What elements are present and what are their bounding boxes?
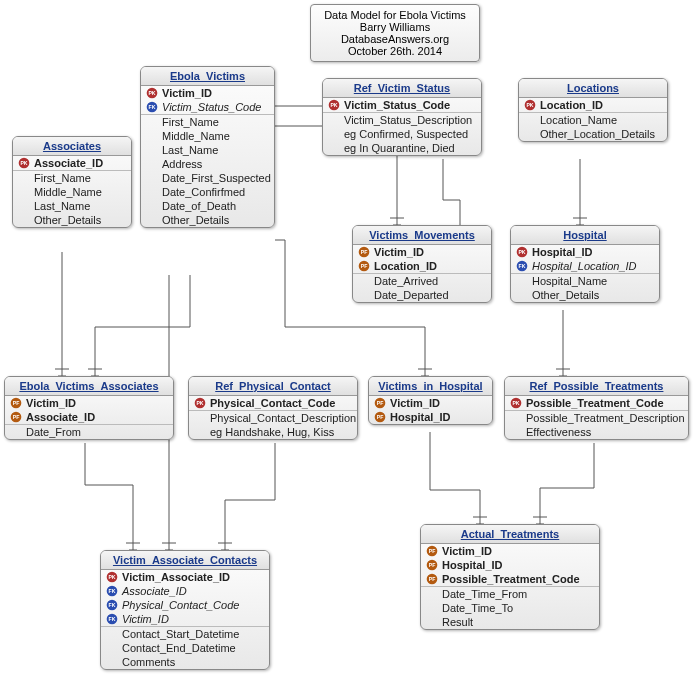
entity-title: Associates	[13, 137, 131, 156]
attribute-name: Victim_ID	[374, 246, 424, 258]
info-line: Barry Williams	[319, 21, 471, 33]
entity-attribute: Comments	[101, 655, 269, 669]
entity-victims-movements[interactable]: Victims_MovementsPFVictim_IDPFLocation_I…	[352, 225, 492, 303]
entity-attribute: PFVictim_ID	[421, 544, 599, 558]
entity-attribute: eg Handshake, Hug, Kiss	[189, 425, 357, 439]
entity-title: Ebola_Victims	[141, 67, 274, 86]
attribute-name: Hospital_ID	[390, 411, 451, 423]
attribute-name: Other_Details	[532, 289, 599, 301]
attribute-name: Victim_Status_Code	[162, 101, 261, 113]
pk-key-icon: PK	[509, 397, 523, 409]
entity-attribute: PKHospital_ID	[511, 245, 659, 259]
attribute-name: Date_From	[26, 426, 81, 438]
svg-text:PF: PF	[361, 249, 368, 255]
attribute-name: Possible_Treatment_Description	[526, 412, 685, 424]
entity-attribute: Date_Arrived	[353, 273, 491, 288]
entity-victims-in-hospital[interactable]: Victims_in_HospitalPFVictim_IDPFHospital…	[368, 376, 493, 425]
entity-ref-physical-contact[interactable]: Ref_Physical_ContactPKPhysical_Contact_C…	[188, 376, 358, 440]
attribute-name: Middle_Name	[162, 130, 230, 142]
pf-key-icon: PF	[9, 411, 23, 423]
attribute-name: Date_Time_From	[442, 588, 527, 600]
entity-attribute: Date_Confirfmed	[141, 185, 274, 199]
entity-victim-associate-contacts[interactable]: Victim_Associate_ContactsPKVictim_Associ…	[100, 550, 270, 670]
attribute-name: Hospital_Name	[532, 275, 607, 287]
entity-title: Ebola_Victims_Associates	[5, 377, 173, 396]
entity-title: Victim_Associate_Contacts	[101, 551, 269, 570]
svg-text:PK: PK	[108, 574, 115, 580]
entity-locations[interactable]: LocationsPKLocation_IDLocation_NameOther…	[518, 78, 668, 142]
attribute-name: Victim_ID	[122, 613, 169, 625]
svg-text:PK: PK	[20, 160, 27, 166]
entity-title: Locations	[519, 79, 667, 98]
entity-attribute: PFVictim_ID	[5, 396, 173, 410]
attribute-name: Contact_Start_Datetime	[122, 628, 239, 640]
entity-attribute: Contact_Start_Datetime	[101, 626, 269, 641]
svg-text:PK: PK	[518, 249, 525, 255]
entity-attribute: Other_Details	[141, 213, 274, 227]
entity-attribute: Address	[141, 157, 274, 171]
info-line: October 26th. 2014	[319, 45, 471, 57]
attribute-name: Possible_Treatment_Code	[526, 397, 664, 409]
entity-attribute: PKLocation_ID	[519, 98, 667, 112]
attribute-name: Associate_ID	[26, 411, 95, 423]
entity-attribute: eg Confirmed, Suspected	[323, 127, 481, 141]
entity-hospital[interactable]: HospitalPKHospital_IDFKHospital_Location…	[510, 225, 660, 303]
attribute-name: First_Name	[162, 116, 219, 128]
attribute-name: Physical_Contact_Code	[210, 397, 335, 409]
attribute-name: Victim_ID	[390, 397, 440, 409]
entity-attribute: Hospital_Name	[511, 273, 659, 288]
entity-actual-treatments[interactable]: Actual_TreatmentsPFVictim_IDPFHospital_I…	[420, 524, 600, 630]
entity-attribute: Victim_Status_Description	[323, 112, 481, 127]
svg-text:PK: PK	[196, 400, 203, 406]
entity-attribute: Date_of_Death	[141, 199, 274, 213]
entity-title: Ref_Physical_Contact	[189, 377, 357, 396]
attribute-name: First_Name	[34, 172, 91, 184]
attribute-name: Associate_ID	[34, 157, 103, 169]
entity-ebola-victims[interactable]: Ebola_VictimsPKVictim_IDFKVictim_Status_…	[140, 66, 275, 228]
entity-attribute: FKPhysical_Contact_Code	[101, 598, 269, 612]
entity-title: Victims_in_Hospital	[369, 377, 492, 396]
pf-key-icon: PF	[357, 260, 371, 272]
attribute-name: Date_Arrived	[374, 275, 438, 287]
entity-title: Actual_Treatments	[421, 525, 599, 544]
entity-attribute: Date_First_Suspected	[141, 171, 274, 185]
attribute-name: Date_Time_To	[442, 602, 513, 614]
entity-ref-victim-status[interactable]: Ref_Victim_StatusPKVictim_Status_CodeVic…	[322, 78, 482, 156]
entity-attribute: Date_Time_To	[421, 601, 599, 615]
attribute-name: Last_Name	[162, 144, 218, 156]
attribute-name: Victim_Status_Code	[344, 99, 450, 111]
entity-ref-possible-treatments[interactable]: Ref_Possible_TreatmentsPKPossible_Treatm…	[504, 376, 689, 440]
entity-attribute: Possible_Treatment_Description	[505, 410, 688, 425]
attribute-name: Victim_Associate_ID	[122, 571, 230, 583]
entity-attribute: Other_Location_Details	[519, 127, 667, 141]
attribute-name: Other_Location_Details	[540, 128, 655, 140]
entity-attribute: Date_Time_From	[421, 586, 599, 601]
attribute-name: Hospital_ID	[532, 246, 593, 258]
entity-title: Victims_Movements	[353, 226, 491, 245]
entity-attribute: Date_From	[5, 424, 173, 439]
entity-attribute: FKAssociate_ID	[101, 584, 269, 598]
attribute-name: Possible_Treatment_Code	[442, 573, 580, 585]
entity-associates[interactable]: AssociatesPKAssociate_IDFirst_NameMiddle…	[12, 136, 132, 228]
entity-attribute: PFHospital_ID	[369, 410, 492, 424]
entity-attribute: eg In Quarantine, Died	[323, 141, 481, 155]
entity-attribute: Effectiveness	[505, 425, 688, 439]
entity-title: Ref_Possible_Treatments	[505, 377, 688, 396]
pk-key-icon: PK	[523, 99, 537, 111]
svg-text:PK: PK	[526, 102, 533, 108]
svg-text:PK: PK	[330, 102, 337, 108]
entity-attribute: Other_Details	[13, 213, 131, 227]
svg-text:FK: FK	[109, 588, 116, 594]
entity-attribute: Result	[421, 615, 599, 629]
entity-attribute: First_Name	[141, 114, 274, 129]
entity-attribute: Last_Name	[141, 143, 274, 157]
svg-text:PK: PK	[512, 400, 519, 406]
entity-attribute: PFVictim_ID	[369, 396, 492, 410]
entity-attribute: PKPossible_Treatment_Code	[505, 396, 688, 410]
entity-ebola-victims-associates[interactable]: Ebola_Victims_AssociatesPFVictim_IDPFAss…	[4, 376, 174, 440]
diagram-info-box: Data Model for Ebola Victims Barry Willi…	[310, 4, 480, 62]
svg-text:PF: PF	[13, 414, 20, 420]
svg-text:FK: FK	[109, 602, 116, 608]
entity-attribute: PFHospital_ID	[421, 558, 599, 572]
svg-text:PF: PF	[429, 576, 436, 582]
